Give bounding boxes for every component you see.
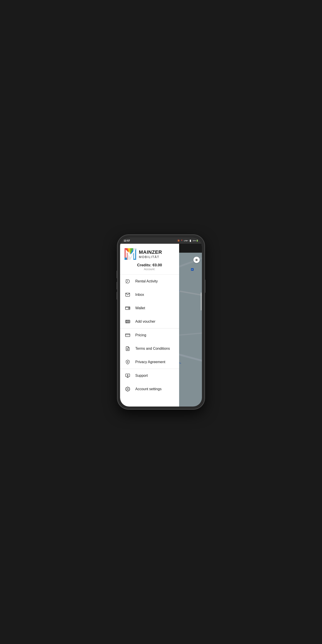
terms-label: Terms and Conditions bbox=[135, 346, 170, 350]
support-icon bbox=[124, 372, 131, 379]
pricing-icon bbox=[124, 332, 131, 338]
credits-account: Account: bbox=[124, 268, 175, 271]
battery-icon: 39%🔋 bbox=[192, 240, 198, 242]
svg-rect-12 bbox=[126, 307, 130, 310]
add-voucher-label: Add voucher bbox=[135, 320, 156, 324]
svg-rect-13 bbox=[128, 308, 130, 309]
menu-item-pricing[interactable]: Pricing bbox=[120, 328, 179, 342]
svg-point-33 bbox=[127, 388, 128, 390]
map-marker-square: P bbox=[191, 268, 194, 271]
svg-rect-22 bbox=[126, 334, 130, 337]
menu-item-account-settings[interactable]: Account settings bbox=[120, 382, 179, 396]
phone-screen: 12:57 🔕 📍 LTE+ ▐▌ 39%🔋 bbox=[120, 238, 202, 406]
inbox-label: Inbox bbox=[135, 293, 144, 297]
privacy-label: Privacy Agreement bbox=[135, 360, 165, 364]
svg-point-17 bbox=[126, 320, 127, 321]
menu-section-2: Pricing bbox=[120, 328, 179, 369]
credits-section: Credits: €0.00 Account: bbox=[124, 263, 175, 271]
inbox-icon bbox=[124, 292, 131, 298]
drawer-header: MAINZER MOBILITÄT Credits: €0.00 Account… bbox=[120, 244, 179, 274]
mute-icon: 🔕 bbox=[177, 240, 180, 242]
support-label: Support bbox=[135, 374, 148, 378]
status-icons: 🔕 📍 LTE+ ▐▌ 39%🔋 bbox=[177, 240, 198, 242]
logo-text: MAINZER MOBILITÄT bbox=[139, 249, 162, 259]
wallet-icon bbox=[124, 305, 131, 311]
rental-activity-label: Rental Activity bbox=[135, 279, 158, 283]
wallet-label: Wallet bbox=[135, 306, 145, 310]
voucher-icon bbox=[124, 318, 131, 325]
gear-icon bbox=[124, 386, 131, 392]
logo-area: MAINZER MOBILITÄT bbox=[124, 248, 175, 260]
logo-mobilitat: MOBILITÄT bbox=[139, 255, 162, 259]
history-icon bbox=[124, 278, 131, 284]
screen: 12:57 🔕 📍 LTE+ ▐▌ 39%🔋 bbox=[120, 238, 202, 406]
menu-item-wallet[interactable]: Wallet bbox=[120, 302, 179, 315]
svg-rect-9 bbox=[124, 258, 127, 260]
menu-item-terms[interactable]: Terms and Conditions bbox=[120, 342, 179, 355]
crosshair-icon: ⊕ bbox=[195, 258, 198, 262]
logo-mainzer: MAINZER bbox=[139, 249, 162, 255]
signal-icon: ▐▌ bbox=[189, 240, 192, 242]
menu-section-1: Rental Activity Inbox bbox=[120, 274, 179, 328]
menu-item-inbox[interactable]: Inbox bbox=[120, 288, 179, 302]
menu-item-add-voucher[interactable]: Add voucher bbox=[120, 315, 179, 328]
pricing-label: Pricing bbox=[135, 333, 146, 337]
status-time: 12:57 bbox=[124, 239, 130, 242]
shield-icon bbox=[124, 359, 131, 365]
navigation-drawer: MAINZER MOBILITÄT Credits: €0.00 Account… bbox=[120, 244, 179, 406]
svg-point-18 bbox=[126, 322, 127, 323]
account-settings-label: Account settings bbox=[135, 387, 162, 391]
menu-section-3: Support Account settings bbox=[120, 369, 179, 396]
location-icon: 📍 bbox=[181, 240, 183, 242]
phone-frame: 12:57 🔕 📍 LTE+ ▐▌ 39%🔋 bbox=[118, 235, 204, 409]
status-bar: 12:57 🔕 📍 LTE+ ▐▌ 39%🔋 bbox=[120, 238, 202, 244]
main-content: Kaiser-Karl-Ring Wallaustraße Mozartstra… bbox=[120, 244, 202, 406]
scroll-indicator bbox=[201, 292, 202, 310]
network-icon: LTE+ bbox=[184, 240, 188, 242]
menu-item-support[interactable]: Support bbox=[120, 369, 179, 382]
menu-item-rental-activity[interactable]: Rental Activity bbox=[120, 274, 179, 288]
document-icon bbox=[124, 346, 131, 352]
menu-item-privacy[interactable]: Privacy Agreement bbox=[120, 355, 179, 369]
credits-amount: Credits: €0.00 bbox=[124, 263, 175, 268]
logo-icon bbox=[124, 248, 136, 260]
map-header-strip bbox=[179, 244, 202, 253]
